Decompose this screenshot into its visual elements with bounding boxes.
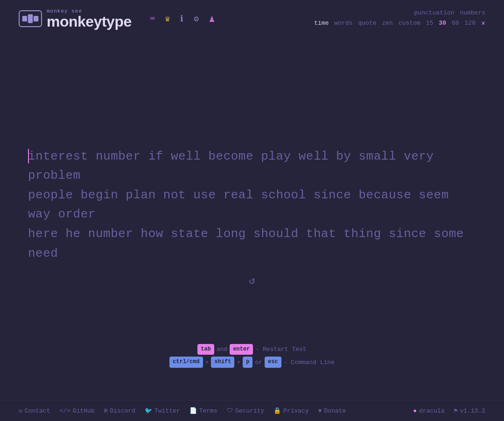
mail-icon: ✉ [19, 407, 22, 414]
footer: ✉ Contact </> GitHub ⊞ Discord 🐦 Twitter… [0, 400, 504, 421]
logo-icon[interactable] [19, 10, 42, 27]
logo-area: monkey see monkeytype ⌨ ♛ ℹ ⚙ ♟ [19, 9, 215, 29]
github-icon: </> [59, 407, 70, 414]
contact-label: Contact [25, 407, 50, 414]
enter-key-badge: enter [230, 344, 253, 355]
shortcut-or: or [255, 357, 263, 368]
svg-rect-1 [28, 14, 33, 23]
logo-main-text: monkeytype [47, 14, 132, 29]
twitter-label: Twitter [154, 407, 180, 414]
time-30[interactable]: 30 [439, 19, 446, 28]
user-icon[interactable]: ♟ [209, 13, 215, 25]
toolbar-row1: punctuation numbers [414, 8, 485, 18]
shortcut-and: and [217, 344, 227, 355]
typing-area[interactable]: interest number if well become play well… [28, 147, 476, 264]
shortcut-plus1: + [205, 357, 209, 368]
numbers-toggle[interactable]: numbers [460, 8, 485, 18]
github-label: GitHub [73, 407, 95, 414]
esc-key-badge: esc [265, 357, 281, 368]
theme-icon: ● [413, 407, 417, 414]
toolbar-close[interactable]: ✕ [481, 18, 485, 29]
refresh-button[interactable]: ↺ [249, 274, 255, 287]
privacy-label: Privacy [283, 407, 309, 414]
ctrlcmd-key-badge: ctrl/cmd [169, 357, 203, 368]
info-icon[interactable]: ℹ [180, 14, 183, 24]
time-15[interactable]: 15 [426, 19, 434, 28]
footer-donate[interactable]: ♥ Donate [318, 407, 346, 414]
nav-icons: ⌨ ♛ ℹ ⚙ ♟ [150, 13, 215, 25]
footer-privacy[interactable]: 🔒 Privacy [273, 407, 309, 414]
svg-rect-0 [22, 16, 27, 21]
punctuation-toggle[interactable]: punctuation [414, 8, 455, 18]
mode-zen[interactable]: zen [382, 19, 393, 28]
shortcut-restart-text: - Restart Test [255, 344, 306, 355]
typing-line1: interest number if well become play well… [28, 147, 476, 186]
shortcut-plus2: + [237, 357, 240, 368]
shift-key-badge: shift [211, 357, 234, 368]
shortcut-row2: ctrl/cmd + shift + p or esc - Command Li… [169, 357, 335, 368]
header: monkey see monkeytype ⌨ ♛ ℹ ⚙ ♟ punctuat… [0, 0, 504, 34]
discord-icon: ⊞ [104, 407, 108, 414]
footer-twitter[interactable]: 🐦 Twitter [145, 407, 180, 414]
theme-info[interactable]: ● dracula [413, 407, 444, 414]
security-icon: 🛡 [227, 407, 233, 414]
footer-links: ✉ Contact </> GitHub ⊞ Discord 🐦 Twitter… [19, 407, 346, 414]
p-key-badge: p [243, 357, 252, 368]
mode-custom[interactable]: custom [399, 19, 420, 28]
discord-label: Discord [110, 407, 135, 414]
shortcuts: tab and enter - Restart Test ctrl/cmd + … [169, 344, 335, 370]
footer-github[interactable]: </> GitHub [59, 407, 94, 414]
logo-text-area: monkey see monkeytype [47, 9, 132, 29]
terms-icon: 📄 [189, 407, 197, 414]
svg-rect-2 [34, 16, 38, 21]
settings-icon[interactable]: ⚙ [194, 14, 199, 24]
mode-words[interactable]: words [334, 19, 352, 28]
version-label: v1.13.2 [460, 407, 485, 414]
crown-icon[interactable]: ♛ [165, 14, 170, 24]
text-cursor [28, 149, 29, 163]
terms-label: Terms [199, 407, 217, 414]
footer-right: ● dracula ⚑ v1.13.2 [413, 407, 485, 414]
toolbar-row2: time words quote zen custom 15 30 60 120… [314, 18, 485, 29]
typing-line2: people begin plan not use real school si… [28, 186, 476, 225]
security-label: Security [235, 407, 264, 414]
shortcut-commandline-text: - Command Line [284, 357, 335, 368]
keyboard-icon[interactable]: ⌨ [150, 14, 155, 23]
footer-terms[interactable]: 📄 Terms [189, 407, 217, 414]
mode-quote[interactable]: quote [358, 19, 377, 28]
tab-key-badge: tab [197, 344, 214, 355]
theme-name: dracula [419, 407, 445, 414]
privacy-icon: 🔒 [273, 407, 281, 414]
footer-discord[interactable]: ⊞ Discord [104, 407, 135, 414]
toolbar-right: punctuation numbers time words quote zen… [314, 8, 485, 29]
shortcut-row1: tab and enter - Restart Test [169, 344, 335, 355]
time-60[interactable]: 60 [452, 19, 459, 28]
twitter-icon: 🐦 [145, 407, 152, 414]
donate-icon: ♥ [318, 407, 322, 414]
donate-label: Donate [324, 407, 346, 414]
mode-time[interactable]: time [314, 19, 329, 28]
time-120[interactable]: 120 [465, 19, 476, 28]
footer-security[interactable]: 🛡 Security [227, 407, 264, 414]
version-icon: ⚑ [454, 407, 458, 414]
typing-line3: here he number how state long should tha… [28, 225, 476, 263]
version-info: ⚑ v1.13.2 [454, 407, 485, 414]
footer-contact[interactable]: ✉ Contact [19, 407, 50, 414]
